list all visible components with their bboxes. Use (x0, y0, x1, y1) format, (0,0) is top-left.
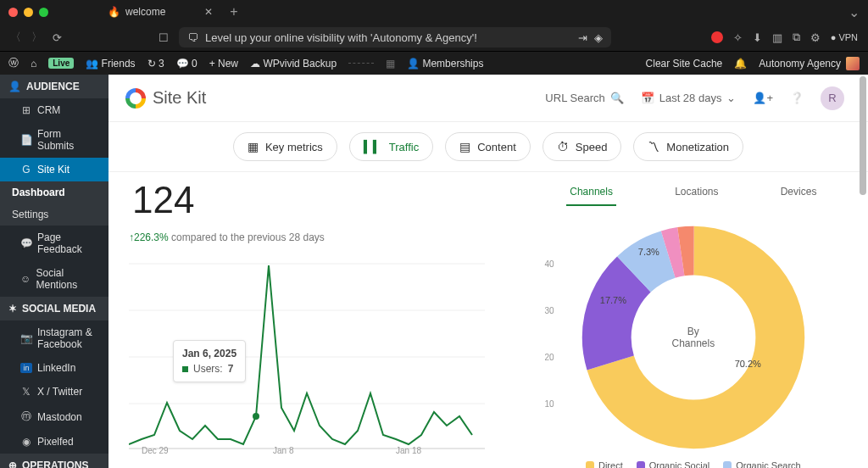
download-icon[interactable]: ⬇ (753, 31, 762, 44)
live-badge: Live (48, 58, 74, 69)
nav-pills: ▦Key metrics ▍▍Traffic ▤Content ⏱Speed 〽… (108, 122, 868, 172)
wp-logo-icon[interactable]: ⓦ (8, 56, 19, 70)
panel-icon[interactable]: ▥ (772, 31, 782, 44)
user-menu[interactable]: Autonomy Agency (759, 57, 860, 70)
updates-link[interactable]: ↻ 3 (147, 58, 164, 70)
sidebar-item-site-kit[interactable]: GSite Kit (0, 158, 108, 181)
settings-icon[interactable]: ⚙ (810, 31, 821, 44)
vpn-badge[interactable]: ● VPN (831, 32, 858, 42)
legend-organic-social: Organic Social (637, 460, 710, 468)
memberships-link[interactable]: 👤 Memberships (407, 58, 483, 70)
x-tick: Jan 8 (273, 446, 293, 455)
chart-legend: Direct Organic Social Organic Search Org… (539, 460, 848, 468)
chevron-down-icon: ⌄ (726, 92, 736, 104)
tab-devices[interactable]: Devices (777, 179, 821, 206)
site-info-icon[interactable]: 🗨 (187, 31, 198, 44)
legend-organic-search: Organic Search (723, 460, 800, 468)
extensions-icon[interactable]: ✧ (733, 31, 743, 44)
users-total: 124 (129, 179, 531, 221)
donut-center-label: ByChannels (579, 223, 808, 452)
channels-panel: Channels Locations Devices ByChannels (539, 179, 848, 468)
screenshot-icon[interactable]: ⧉ (793, 31, 800, 44)
sidebar-item-form-submits[interactable]: 📄Form Submits (0, 122, 108, 158)
x-tick: Jan 18 (396, 446, 421, 455)
bookmark-icon[interactable]: ☐ (159, 31, 169, 44)
users-change: ↑226.3% compared to the previous 28 days (129, 231, 531, 243)
scrollbar[interactable] (860, 76, 866, 195)
bars-icon: ▍▍ (364, 140, 382, 153)
tab-channels[interactable]: Channels (566, 179, 616, 206)
tabs-chevron-icon[interactable]: ⌄ (849, 4, 860, 20)
url-search-button[interactable]: URL Search 🔍 (545, 92, 623, 104)
pill-key-metrics[interactable]: ▦Key metrics (233, 132, 337, 161)
tab-title: welcome (125, 6, 165, 18)
record-icon[interactable] (711, 31, 723, 43)
sidebar-item-linkedin[interactable]: inLinkedIn (0, 356, 108, 380)
legend-direct: Direct (586, 460, 623, 468)
pct-social: 17.7% (600, 295, 626, 305)
y-tick: 30 (545, 306, 554, 315)
chart-tooltip: Jan 6, 2025 Users: 7 (173, 340, 246, 382)
panel-tabs: Channels Locations Devices (539, 179, 848, 206)
back-button[interactable]: 〈 (10, 30, 21, 45)
date-range-selector[interactable]: 📅 Last 28 days ⌄ (641, 92, 737, 104)
search-icon: 🔍 (610, 92, 624, 104)
pill-content[interactable]: ▤Content (445, 132, 531, 161)
add-user-icon[interactable]: 👤+ (753, 92, 773, 104)
clear-cache-link[interactable]: Clear Site Cache (646, 58, 723, 70)
wp-admin-bar: ⓦ ⌂ Live 👥 Friends ↻ 3 💬 0 + New ☁ WPviv… (0, 51, 868, 75)
sidebar-sub-dashboard[interactable]: Dashboard (0, 181, 108, 203)
sidebar-section-social[interactable]: ✶SOCIAL MEDIA (0, 297, 108, 320)
browser-toolbar: 〈 〉 ⟳ ☐ 🗨 Level up your online visibilit… (0, 24, 868, 51)
svg-point-5 (253, 413, 259, 420)
sidebar-item-instagram[interactable]: 📷Instagram & Facebook (0, 320, 108, 356)
user-name: Autonomy Agency (759, 58, 841, 70)
tab-favicon: 🔥 (108, 6, 120, 18)
sidebar-item-crm[interactable]: ⊞CRM (0, 98, 108, 122)
notifications-icon[interactable]: 🔔 (734, 58, 747, 70)
address-bar[interactable]: 🗨 Level up your online visibility with '… (179, 27, 611, 47)
home-icon[interactable]: ⌂ (31, 58, 36, 70)
sidebar-sub-settings[interactable]: Settings (0, 203, 108, 226)
url-text: Level up your online visibility with 'Au… (205, 31, 477, 44)
main-content: Site Kit URL Search 🔍 📅 Last 28 days ⌄ 👤… (108, 75, 868, 468)
y-tick: 10 (545, 399, 554, 409)
pill-monetization[interactable]: 〽Monetization (633, 132, 743, 161)
users-line-chart: 40 30 20 10 Dec 29 Jan 8 Jan 18 Jan 6, 2… (129, 255, 531, 454)
x-tick: Dec 29 (142, 446, 169, 455)
grid-icon: ▦ (248, 140, 259, 153)
browser-tab[interactable]: 🔥 welcome ✕ (99, 3, 221, 21)
sidebar-item-mastodon[interactable]: ⓜMastodon (0, 404, 108, 430)
sidebar-section-operations[interactable]: ⊕OPERATIONS (0, 454, 108, 468)
sidebar-item-social-mentions[interactable]: ☺Social Mentions (0, 261, 108, 297)
sidebar-item-page-feedback[interactable]: 💬Page Feedback (0, 226, 108, 261)
y-tick: 40 (545, 259, 554, 269)
wpvivid-link[interactable]: ☁ WPvivid Backup (250, 58, 337, 70)
account-avatar[interactable]: R (821, 86, 844, 110)
sidebar-section-audience[interactable]: 👤AUDIENCE (0, 75, 108, 98)
sidebar-item-twitter[interactable]: 𝕏X / Twitter (0, 380, 108, 404)
reload-button[interactable]: ⟳ (53, 31, 62, 44)
friends-link[interactable]: 👥 Friends (86, 58, 135, 70)
pill-speed[interactable]: ⏱Speed (542, 132, 622, 161)
pct-direct: 70.2% (735, 359, 761, 369)
close-window-icon[interactable] (8, 8, 18, 17)
help-icon[interactable]: ❔ (790, 92, 804, 104)
close-tab-icon[interactable]: ✕ (204, 6, 213, 18)
tab-locations[interactable]: Locations (671, 179, 721, 206)
brand: Site Kit (125, 88, 206, 109)
wp-sidebar: 👤AUDIENCE ⊞CRM 📄Form Submits GSite Kit D… (0, 75, 108, 468)
comments-link[interactable]: 💬 0 (176, 58, 198, 70)
reader-icon[interactable]: ⇥ (578, 31, 587, 44)
new-tab-button[interactable]: + (230, 4, 237, 20)
forward-button[interactable]: 〉 (31, 30, 42, 45)
user-avatar-icon (846, 57, 860, 70)
google-logo-icon (125, 88, 146, 109)
maximize-window-icon[interactable] (39, 8, 48, 17)
calendar-icon: 📅 (641, 92, 654, 104)
minimize-window-icon[interactable] (24, 8, 33, 17)
new-link[interactable]: + New (209, 58, 238, 70)
shield-icon[interactable]: ◈ (594, 31, 603, 44)
pill-traffic[interactable]: ▍▍Traffic (349, 132, 433, 161)
sidebar-item-pixelfed[interactable]: ◉Pixelfed (0, 430, 108, 454)
